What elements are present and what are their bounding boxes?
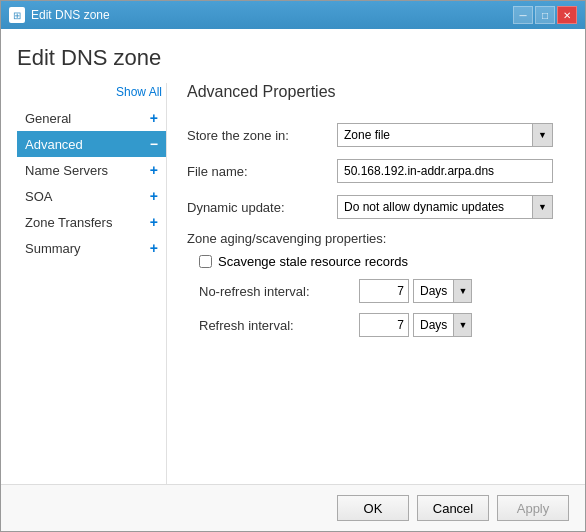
sidebar-item-name-servers-label: Name Servers xyxy=(25,163,108,178)
titlebar: ⊞ Edit DNS zone ─ □ ✕ xyxy=(1,1,585,29)
no-refresh-unit-select[interactable]: Days ▼ xyxy=(413,279,472,303)
aging-label: Zone aging/scavenging properties: xyxy=(187,231,553,246)
store-zone-control: Zone file ▼ xyxy=(337,123,553,147)
sidebar-item-zone-transfers[interactable]: Zone Transfers + xyxy=(17,209,166,235)
no-refresh-row: No-refresh interval: Days ▼ xyxy=(187,279,553,303)
sidebar: Show All General + Advanced − Name Serve… xyxy=(17,83,167,484)
file-name-label: File name: xyxy=(187,164,337,179)
store-zone-label: Store the zone in: xyxy=(187,128,337,143)
store-zone-value: Zone file xyxy=(338,124,532,146)
titlebar-controls: ─ □ ✕ xyxy=(513,6,577,24)
sidebar-item-general[interactable]: General + xyxy=(17,105,166,131)
refresh-unit-select[interactable]: Days ▼ xyxy=(413,313,472,337)
refresh-input[interactable] xyxy=(359,313,409,337)
sidebar-item-summary[interactable]: Summary + xyxy=(17,235,166,261)
sidebar-item-advanced-label: Advanced xyxy=(25,137,83,152)
sidebar-item-general-label: General xyxy=(25,111,71,126)
sidebar-item-name-servers-icon: + xyxy=(150,162,158,178)
sidebar-item-summary-icon: + xyxy=(150,240,158,256)
scavenge-label: Scavenge stale resource records xyxy=(218,254,408,269)
titlebar-title: Edit DNS zone xyxy=(31,8,513,22)
sidebar-item-summary-label: Summary xyxy=(25,241,81,256)
file-name-row: File name: xyxy=(187,159,553,183)
sidebar-item-general-icon: + xyxy=(150,110,158,126)
scavenge-checkbox[interactable] xyxy=(199,255,212,268)
dynamic-update-row: Dynamic update: Do not allow dynamic upd… xyxy=(187,195,553,219)
dynamic-update-select[interactable]: Do not allow dynamic updates ▼ xyxy=(337,195,553,219)
dynamic-update-arrow[interactable]: ▼ xyxy=(532,196,552,218)
cancel-button[interactable]: Cancel xyxy=(417,495,489,521)
file-name-input[interactable] xyxy=(337,159,553,183)
maximize-button[interactable]: □ xyxy=(535,6,555,24)
right-panel: Advanced Properties Store the zone in: Z… xyxy=(167,83,569,484)
ok-button[interactable]: OK xyxy=(337,495,409,521)
refresh-unit-arrow[interactable]: ▼ xyxy=(453,314,471,336)
sidebar-item-zone-transfers-icon: + xyxy=(150,214,158,230)
refresh-row: Refresh interval: Days ▼ xyxy=(187,313,553,337)
file-name-control xyxy=(337,159,553,183)
sidebar-item-advanced-icon: − xyxy=(150,136,158,152)
store-zone-arrow[interactable]: ▼ xyxy=(532,124,552,146)
minimize-button[interactable]: ─ xyxy=(513,6,533,24)
sidebar-item-advanced[interactable]: Advanced − xyxy=(17,131,166,157)
titlebar-icon: ⊞ xyxy=(9,7,25,23)
apply-button[interactable]: Apply xyxy=(497,495,569,521)
page-title: Edit DNS zone xyxy=(17,45,569,71)
show-all-row: Show All xyxy=(17,83,166,101)
main-layout: Show All General + Advanced − Name Serve… xyxy=(17,83,569,484)
main-window: ⊞ Edit DNS zone ─ □ ✕ Edit DNS zone Show… xyxy=(0,0,586,532)
close-button[interactable]: ✕ xyxy=(557,6,577,24)
no-refresh-unit-text: Days xyxy=(414,280,453,302)
dynamic-update-label: Dynamic update: xyxy=(187,200,337,215)
dynamic-update-control: Do not allow dynamic updates ▼ xyxy=(337,195,553,219)
refresh-unit-text: Days xyxy=(414,314,453,336)
sidebar-item-soa-icon: + xyxy=(150,188,158,204)
panel-title: Advanced Properties xyxy=(187,83,553,107)
refresh-label: Refresh interval: xyxy=(199,318,359,333)
no-refresh-input[interactable] xyxy=(359,279,409,303)
sidebar-item-name-servers[interactable]: Name Servers + xyxy=(17,157,166,183)
no-refresh-label: No-refresh interval: xyxy=(199,284,359,299)
store-zone-select[interactable]: Zone file ▼ xyxy=(337,123,553,147)
sidebar-item-soa[interactable]: SOA + xyxy=(17,183,166,209)
scavenge-row: Scavenge stale resource records xyxy=(187,254,553,269)
sidebar-item-zone-transfers-label: Zone Transfers xyxy=(25,215,112,230)
footer: OK Cancel Apply xyxy=(1,484,585,531)
show-all-link[interactable]: Show All xyxy=(116,85,162,99)
content-area: Edit DNS zone Show All General + Advance… xyxy=(1,29,585,484)
dynamic-update-value: Do not allow dynamic updates xyxy=(338,196,532,218)
no-refresh-unit-arrow[interactable]: ▼ xyxy=(453,280,471,302)
store-zone-row: Store the zone in: Zone file ▼ xyxy=(187,123,553,147)
sidebar-item-soa-label: SOA xyxy=(25,189,52,204)
